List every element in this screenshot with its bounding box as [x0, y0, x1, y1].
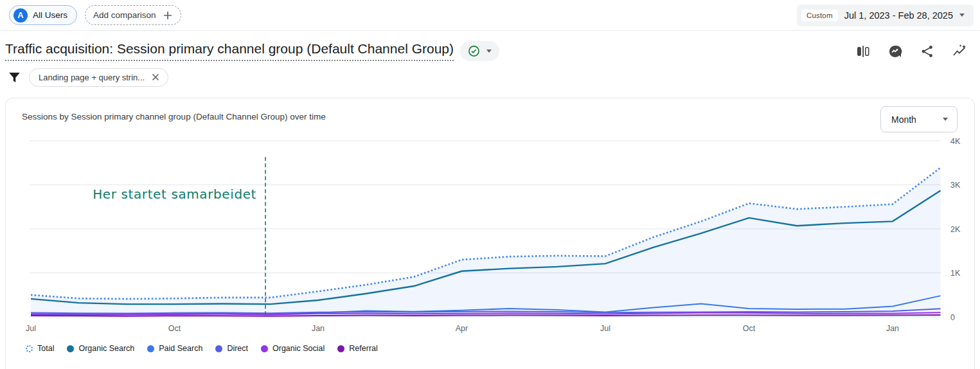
legend-item-referral: Referral: [337, 344, 377, 353]
x-axis-label: Oct: [743, 324, 756, 333]
chart-legend: TotalOrganic SearchPaid SearchDirectOrga…: [26, 344, 378, 353]
chevron-down-icon: [959, 14, 965, 17]
add-comparison-label: Add comparison: [93, 10, 156, 20]
y-axis-label: 1K: [950, 269, 961, 278]
x-axis-label: Jul: [600, 324, 610, 333]
granularity-select[interactable]: Month: [880, 106, 958, 132]
chart-title: Sessions by Session primary channel grou…: [22, 112, 326, 122]
legend-label: Direct: [227, 344, 248, 353]
filter-chip-label: Landing page + query strin...: [39, 73, 145, 82]
all-users-label: All Users: [33, 10, 67, 20]
date-range-label: Jul 1, 2023 - Feb 28, 2025: [844, 10, 953, 21]
header-actions: [855, 44, 967, 59]
legend-marker-organic-search: [67, 345, 74, 352]
y-axis-label: 0: [950, 313, 955, 322]
top-bar: A All Users Add comparison Custom Jul 1,…: [0, 0, 980, 31]
filter-funnel-icon: [8, 71, 21, 84]
filter-bar: Landing page + query strin...: [0, 64, 980, 87]
chevron-down-icon: [943, 118, 948, 121]
close-icon[interactable]: [151, 73, 160, 82]
sessions-chart-card: Sessions by Session primary channel grou…: [5, 98, 975, 369]
date-range-mode-badge: Custom: [801, 10, 838, 21]
all-users-chip[interactable]: A All Users: [9, 5, 77, 25]
legend-item-paid-search: Paid Search: [147, 344, 202, 353]
y-axis-label: 2K: [950, 225, 961, 234]
legend-marker-direct: [215, 345, 222, 352]
legend-marker-paid-search: [147, 345, 154, 352]
y-axis-label: 4K: [950, 137, 961, 146]
legend-item-organic-search: Organic Search: [67, 344, 134, 353]
share-icon[interactable]: [920, 44, 935, 59]
x-axis-label: Oct: [168, 324, 181, 333]
legend-item-direct: Direct: [215, 344, 248, 353]
legend-item-organic-social: Organic Social: [261, 344, 325, 353]
filter-chip[interactable]: Landing page + query strin...: [29, 68, 168, 87]
check-circle-icon: [468, 45, 480, 57]
y-axis-label: 3K: [950, 181, 961, 190]
legend-label: Organic Search: [78, 344, 134, 353]
legend-marker-total: [26, 345, 33, 352]
plus-icon: [163, 10, 173, 21]
chevron-down-icon: [486, 50, 492, 53]
comparison-icon[interactable]: [855, 44, 871, 59]
legend-item-total: Total: [26, 344, 54, 353]
add-comparison-chip[interactable]: Add comparison: [85, 5, 181, 25]
legend-label: Organic Social: [272, 344, 325, 353]
legend-marker-referral: [337, 345, 344, 352]
x-axis-label: Jan: [312, 324, 325, 333]
legend-marker-organic-social: [261, 345, 268, 352]
x-axis-label: Apr: [456, 324, 468, 333]
page-title: Traffic acquisition: Session primary cha…: [5, 41, 454, 61]
report-status-pill[interactable]: [460, 41, 499, 61]
legend-label: Paid Search: [159, 344, 202, 353]
trend-sparkle-icon[interactable]: [952, 44, 967, 59]
date-range-selector[interactable]: Custom Jul 1, 2023 - Feb 28, 2025: [797, 4, 974, 26]
insights-icon[interactable]: [887, 44, 903, 59]
x-axis-label: Jan: [886, 324, 899, 333]
segment-avatar: A: [13, 8, 28, 22]
sessions-line-chart: 01K2K3K4KJulOctJanAprJulOctJanHer starte…: [6, 136, 974, 339]
annotation-text: Her startet samarbeidet: [93, 186, 256, 202]
x-axis-label: Jul: [26, 324, 36, 333]
legend-label: Total: [37, 344, 54, 353]
legend-label: Referral: [349, 344, 377, 353]
granularity-value: Month: [891, 114, 943, 125]
report-header: Traffic acquisition: Session primary cha…: [0, 31, 980, 64]
